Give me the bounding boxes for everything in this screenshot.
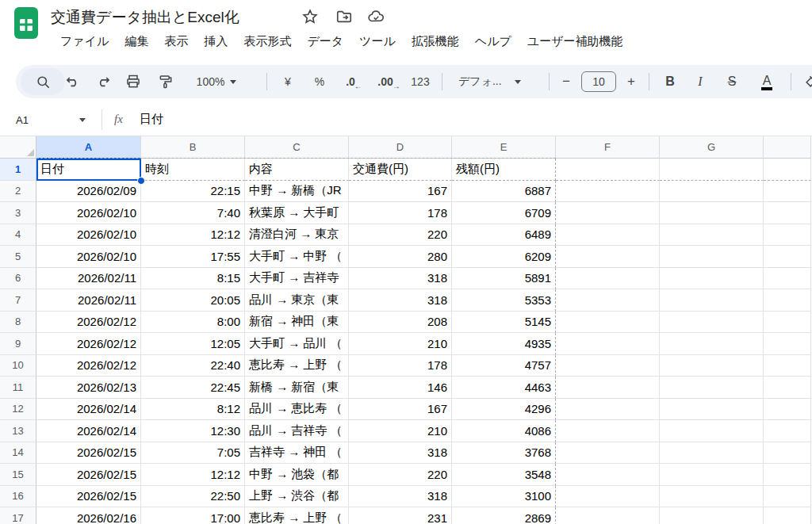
zoom-select[interactable]: 100%	[189, 65, 244, 98]
cell[interactable]	[660, 159, 764, 181]
cell[interactable]: 210	[349, 333, 452, 355]
row-number[interactable]: 14	[0, 442, 36, 465]
paint-format-icon[interactable]	[154, 65, 178, 98]
cell[interactable]	[764, 224, 811, 247]
cell[interactable]	[764, 333, 811, 355]
cell[interactable]: 2026/02/09	[36, 181, 141, 203]
row-number[interactable]: 8	[0, 312, 36, 334]
cell[interactable]: 中野 → 新橋（JR	[245, 181, 349, 203]
cell[interactable]: 清澄白河 → 東京	[245, 224, 349, 247]
cell[interactable]: 17:55	[141, 246, 245, 268]
cell[interactable]	[660, 224, 764, 247]
cell[interactable]: 残額(円)	[452, 159, 556, 181]
cell[interactable]: 318	[349, 268, 452, 290]
cell[interactable]: 318	[349, 289, 452, 312]
fill-color-icon[interactable]	[799, 65, 812, 98]
cell[interactable]: 4757	[452, 355, 556, 377]
menu-item-format[interactable]: 表示形式	[236, 31, 299, 52]
cell[interactable]: 3100	[452, 486, 556, 508]
row-number[interactable]: 12	[0, 399, 36, 421]
cell[interactable]: 318	[349, 486, 452, 508]
cell[interactable]	[660, 355, 764, 377]
cell[interactable]	[660, 377, 764, 399]
row-number[interactable]: 5	[0, 246, 36, 268]
cell[interactable]: 3548	[452, 464, 556, 486]
cell[interactable]: 6209	[452, 246, 556, 268]
row-number[interactable]: 7	[0, 289, 36, 312]
strikethrough-button[interactable]: S	[720, 65, 744, 98]
cell[interactable]	[764, 268, 811, 290]
column-header-G[interactable]: G	[660, 136, 764, 159]
font-size-input[interactable]: 10	[580, 65, 618, 98]
cell[interactable]	[556, 159, 660, 181]
cell[interactable]: 新宿 → 神田（東	[245, 312, 349, 334]
cell[interactable]	[556, 464, 660, 486]
cell[interactable]	[556, 289, 660, 312]
cell[interactable]: 318	[349, 442, 452, 465]
cell[interactable]: 恵比寿 → 上野 （	[245, 355, 349, 377]
search-icon[interactable]	[27, 65, 59, 98]
cell[interactable]: 7:05	[141, 442, 245, 465]
cell[interactable]: 上野 → 渋谷（都	[245, 486, 349, 508]
cell[interactable]	[556, 312, 660, 334]
cell[interactable]: 4935	[452, 333, 556, 355]
cell[interactable]: 4296	[452, 399, 556, 421]
select-all-corner[interactable]	[0, 136, 36, 159]
column-header-C[interactable]: C	[245, 136, 349, 159]
cell[interactable]	[556, 181, 660, 203]
cell[interactable]: 12:30	[141, 420, 245, 442]
undo-icon[interactable]	[62, 65, 84, 98]
cell[interactable]: 22:50	[141, 486, 245, 508]
row-number[interactable]: 9	[0, 333, 36, 355]
row-number[interactable]: 16	[0, 486, 36, 508]
cell[interactable]	[556, 355, 660, 377]
cell[interactable]: 12:12	[141, 464, 245, 486]
menu-item-tools[interactable]: ツール	[351, 31, 404, 52]
cell[interactable]: 220	[349, 464, 452, 486]
cell[interactable]	[556, 224, 660, 247]
cell[interactable]	[660, 312, 764, 334]
cell[interactable]	[764, 202, 811, 224]
cell[interactable]	[660, 246, 764, 268]
redo-icon[interactable]	[92, 65, 114, 98]
cell[interactable]: 2026/02/12	[36, 312, 141, 334]
cell[interactable]: 3768	[452, 442, 556, 465]
cell[interactable]	[764, 464, 811, 486]
percent-format-button[interactable]: %	[308, 65, 331, 98]
cell[interactable]: 内容	[245, 159, 349, 181]
menu-item-accessibility[interactable]: ユーザー補助機能	[519, 31, 631, 52]
cell[interactable]: 178	[349, 355, 452, 377]
cloud-saved-icon[interactable]	[367, 8, 385, 25]
cell[interactable]: 22:45	[141, 377, 245, 399]
bold-button[interactable]: B	[658, 65, 682, 98]
cell[interactable]	[660, 442, 764, 465]
cell[interactable]: 4086	[452, 420, 556, 442]
font-family-select[interactable]: デフォ...	[452, 65, 539, 98]
document-title[interactable]: 交通費データ抽出とExcel化	[51, 7, 239, 28]
cell[interactable]: 2026/02/12	[36, 333, 141, 355]
cell[interactable]: 中野 → 池袋（都	[245, 464, 349, 486]
cell[interactable]: 大手町 → 吉祥寺	[245, 268, 349, 290]
row-number[interactable]: 3	[0, 202, 36, 224]
cell[interactable]	[660, 399, 764, 421]
cell[interactable]	[764, 486, 811, 508]
cell[interactable]: 交通費(円)	[349, 159, 452, 181]
cell[interactable]: 231	[349, 507, 452, 524]
cell[interactable]	[556, 486, 660, 508]
cell[interactable]	[764, 399, 811, 421]
cell[interactable]: 大手町 → 中野 （	[245, 246, 349, 268]
formula-input[interactable]: 日付	[140, 112, 163, 127]
column-header-F[interactable]: F	[556, 136, 660, 159]
cell[interactable]: 2026/02/13	[36, 377, 141, 399]
cell[interactable]	[764, 181, 811, 203]
row-number[interactable]: 15	[0, 464, 36, 486]
cell[interactable]: 6489	[452, 224, 556, 247]
cell[interactable]: 146	[349, 377, 452, 399]
move-folder-icon[interactable]	[335, 8, 353, 25]
cell[interactable]: 280	[349, 246, 452, 268]
cell[interactable]: 4463	[452, 377, 556, 399]
text-color-button[interactable]: A	[753, 65, 780, 98]
row-number[interactable]: 10	[0, 355, 36, 377]
cell[interactable]	[764, 159, 811, 181]
row-number[interactable]: 11	[0, 377, 36, 399]
